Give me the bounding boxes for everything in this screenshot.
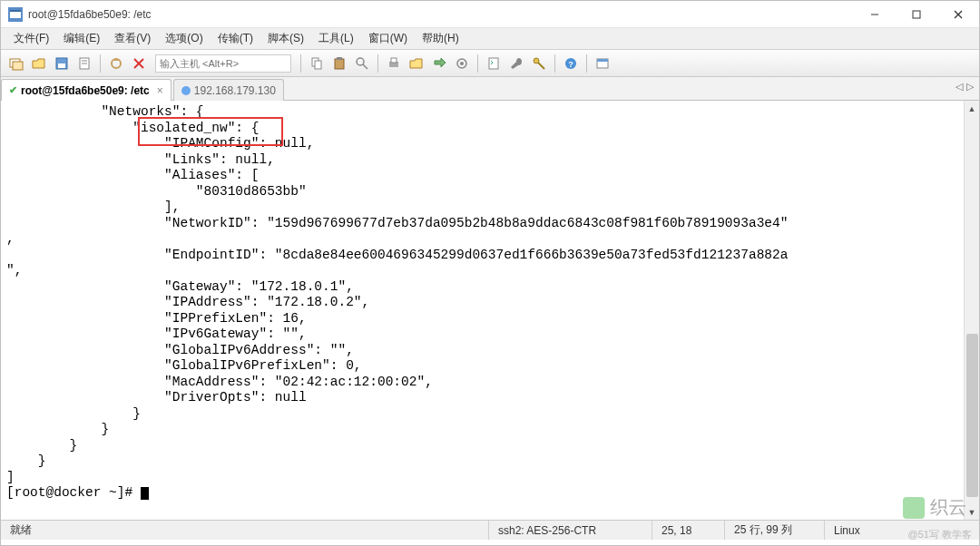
menu-tools[interactable]: 工具(L)	[311, 31, 361, 46]
toolbar-separator	[100, 54, 101, 73]
vertical-scrollbar[interactable]: ▲ ▼	[964, 101, 979, 520]
scroll-thumb[interactable]	[966, 334, 978, 497]
svg-line-29	[538, 63, 544, 69]
menu-file[interactable]: 文件(F)	[6, 31, 56, 46]
tab-inactive-label: 192.168.179.130	[194, 84, 276, 97]
folder-icon[interactable]	[407, 54, 426, 73]
scroll-track[interactable]	[965, 116, 980, 504]
tab-close-icon[interactable]: ×	[157, 84, 163, 97]
svg-rect-33	[597, 59, 608, 62]
statusbar: 就绪 ssh2: AES-256-CTR 25, 18 25 行, 99 列 L…	[1, 520, 979, 540]
svg-point-26	[460, 62, 464, 65]
terminal-output: "Networks": { "isolated_nw": { "IPAMConf…	[1, 101, 979, 505]
svg-rect-18	[315, 61, 321, 69]
svg-rect-19	[335, 59, 344, 69]
tab-active-label: root@15fda6be50e9: /etc	[21, 84, 150, 97]
menu-view[interactable]: 查看(V)	[107, 31, 158, 46]
status-cursor: 25, 18	[652, 521, 725, 540]
window-icon[interactable]	[593, 54, 612, 73]
menubar: 文件(F) 编辑(E) 查看(V) 选项(O) 传输(T) 脚本(S) 工具(L…	[1, 28, 979, 50]
toolbar-separator	[377, 54, 378, 73]
menu-edit[interactable]: 编辑(E)	[56, 31, 107, 46]
scroll-up-icon[interactable]: ▲	[965, 101, 980, 116]
session-dot-icon	[181, 86, 191, 95]
svg-point-21	[357, 58, 364, 65]
close-button[interactable]	[937, 1, 979, 28]
reconnect-icon[interactable]	[106, 54, 126, 73]
toolbar-separator	[586, 54, 587, 73]
connected-check-icon: ✔	[9, 84, 17, 96]
options-icon[interactable]	[452, 54, 472, 73]
svg-rect-8	[13, 62, 23, 70]
toolbar: ?	[1, 50, 979, 77]
minimize-button[interactable]	[854, 1, 896, 28]
paste-icon[interactable]	[329, 54, 349, 73]
svg-text:?: ?	[568, 60, 573, 69]
print-icon[interactable]	[384, 54, 404, 73]
script-icon[interactable]	[484, 54, 504, 73]
tools-icon[interactable]	[506, 54, 526, 73]
svg-rect-20	[337, 57, 342, 60]
svg-rect-24	[391, 58, 397, 63]
window-titlebar: root@15fda6be50e9: /etc	[1, 1, 979, 28]
tab-active-session[interactable]: ✔ root@15fda6be50e9: /etc ×	[1, 79, 172, 101]
scroll-down-icon[interactable]: ▼	[965, 504, 980, 520]
status-size: 25 行, 99 列	[725, 521, 825, 540]
terminal-pane[interactable]: "Networks": { "isolated_nw": { "IPAMConf…	[1, 101, 979, 520]
save-icon[interactable]	[52, 54, 72, 73]
tab-inactive-session[interactable]: 192.168.179.130	[173, 79, 284, 101]
menu-help[interactable]: 帮助(H)	[415, 31, 466, 46]
open-session-icon[interactable]	[29, 54, 49, 73]
svg-rect-10	[58, 63, 65, 68]
svg-line-22	[363, 64, 368, 69]
help-icon[interactable]: ?	[561, 54, 581, 73]
toolbar-separator	[300, 54, 301, 73]
menu-transfer[interactable]: 传输(T)	[211, 31, 260, 46]
status-ready: 就绪	[1, 521, 489, 540]
menu-window[interactable]: 窗口(W)	[361, 31, 415, 46]
key-icon[interactable]	[529, 54, 549, 73]
tab-prev-icon[interactable]: ◁	[956, 81, 963, 93]
svg-rect-4	[913, 11, 920, 18]
tab-next-icon[interactable]: ▷	[966, 81, 974, 93]
disconnect-icon[interactable]	[129, 54, 149, 73]
status-cipher: ssh2: AES-256-CTR	[489, 521, 652, 540]
app-icon	[8, 7, 23, 22]
maximize-button[interactable]	[896, 1, 937, 28]
tabbar: ✔ root@15fda6be50e9: /etc × 192.168.179.…	[1, 77, 979, 101]
new-session-icon[interactable]	[6, 54, 26, 73]
properties-icon[interactable]	[74, 54, 94, 73]
toolbar-separator	[554, 54, 555, 73]
transfer-icon[interactable]	[429, 54, 449, 73]
host-input[interactable]	[155, 54, 291, 73]
menu-options[interactable]: 选项(O)	[158, 31, 210, 46]
window-title: root@15fda6be50e9: /etc	[28, 8, 152, 21]
menu-script[interactable]: 脚本(S)	[260, 31, 311, 46]
svg-rect-27	[489, 58, 498, 69]
svg-rect-2	[10, 10, 21, 12]
toolbar-separator	[477, 54, 478, 73]
find-icon[interactable]	[352, 54, 372, 73]
copy-icon[interactable]	[307, 54, 327, 73]
status-os: Linux	[825, 521, 979, 540]
